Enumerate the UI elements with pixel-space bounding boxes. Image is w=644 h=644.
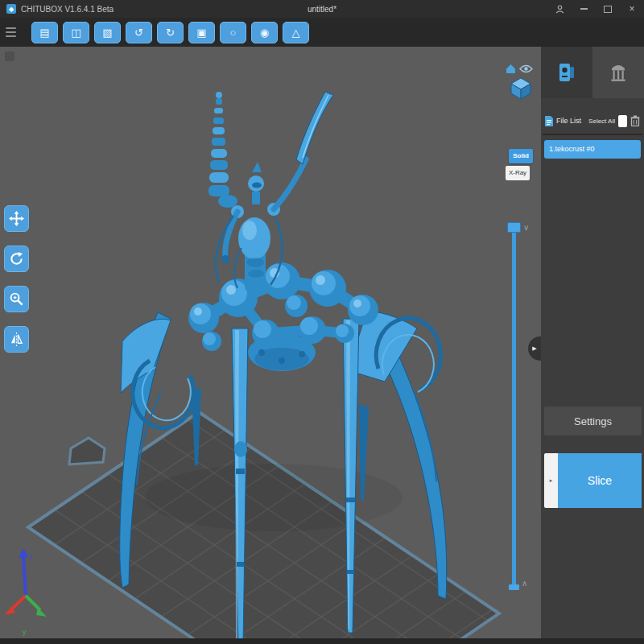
tab-support[interactable] [592,47,644,98]
slice-expand-button[interactable]: ▸ [544,453,558,508]
file-doc-icon [545,116,553,126]
app-title: CHITUBOX V1.6.4.1 Beta [21,5,114,14]
file-list-header: File List Select All [541,111,644,130]
rotate-tool-button[interactable] [4,246,29,272]
hollow-button[interactable]: ○ [220,22,246,43]
tab-slice-settings[interactable] [541,47,592,98]
titlebar: ◆ CHITUBOX V1.6.4.1 Beta untitled* × [0,0,644,18]
dig-hole-button[interactable]: ◉ [251,22,278,43]
solid-view-button[interactable]: Solid [509,149,533,163]
clone-button[interactable]: ▣ [188,22,215,43]
menu-button[interactable] [6,24,20,40]
scale-tool-button[interactable] [4,286,29,312]
viewport-3d[interactable]: z y Solid X-Ray [0,47,541,644]
maximize-icon [604,6,612,13]
layer-slider-end [509,584,519,590]
move-tool-button[interactable] [4,205,29,232]
support-icon [609,62,627,83]
mirror-icon [9,332,24,347]
window-controls: × [554,3,638,14]
document-title: untitled* [308,5,336,14]
auto-layout-button[interactable]: △ [283,22,309,43]
file-list-title: File List [556,117,581,125]
rotate-icon [9,251,24,266]
slice-button[interactable]: Slice [558,453,642,508]
scene-canvas: z y [0,47,541,644]
visibility-eye-icon[interactable] [519,64,533,73]
xray-view-button[interactable]: X-Ray [506,166,530,180]
mirror-tool-button[interactable] [4,326,29,353]
slice-row: ▸ Slice [544,453,642,508]
chitubox-window: ◆ CHITUBOX V1.6.4.1 Beta untitled* × ▤ ◫… [0,0,644,644]
delete-button[interactable]: ▧ [94,22,121,43]
move-icon [9,211,24,226]
axis-gizmo: z y [4,548,47,636]
open-file-button[interactable]: ▤ [31,22,58,43]
close-button[interactable]: × [626,3,638,14]
axis-z-label: z [29,552,33,560]
maximize-button[interactable] [602,3,613,14]
right-panel: File List Select All 1.tekocrust #0 Sett… [541,47,644,644]
layer-slider-handle[interactable] [507,222,521,233]
slider-step-up-icon[interactable]: ∧ [522,580,527,588]
main-toolbar: ▤ ◫ ▧ ↺ ↻ ▣ ○ ◉ △ [0,18,644,47]
close-icon: × [629,4,634,14]
select-all-label: Select All [588,118,615,125]
user-account-icon[interactable] [554,3,565,14]
slider-step-down-icon[interactable]: ∨ [523,224,529,232]
app-logo-icon: ◆ [6,4,16,14]
layer-slider-track[interactable] [512,225,516,588]
trash-icon[interactable] [630,115,640,126]
slice-settings-icon [558,62,576,83]
redo-button[interactable]: ↻ [157,22,184,43]
select-all-checkbox[interactable] [618,115,627,127]
scale-icon [9,291,24,307]
home-view-icon[interactable] [506,64,516,74]
viewport-corner-marker [5,52,14,61]
panel-tabs [541,47,644,98]
file-list-item[interactable]: 1.tekocrust #0 [544,140,641,159]
view-shortcuts [506,63,538,74]
file-list-divider [543,134,642,135]
minimize-button[interactable] [578,3,589,14]
orientation-cube[interactable] [509,76,533,101]
undo-button[interactable]: ↺ [126,22,152,43]
settings-button[interactable]: Settings [544,407,642,436]
save-button[interactable]: ◫ [63,22,89,43]
bottom-edge-strip [0,638,644,644]
minimize-icon [580,8,588,10]
axis-y-label: y [23,628,27,636]
cube-icon [509,76,533,101]
